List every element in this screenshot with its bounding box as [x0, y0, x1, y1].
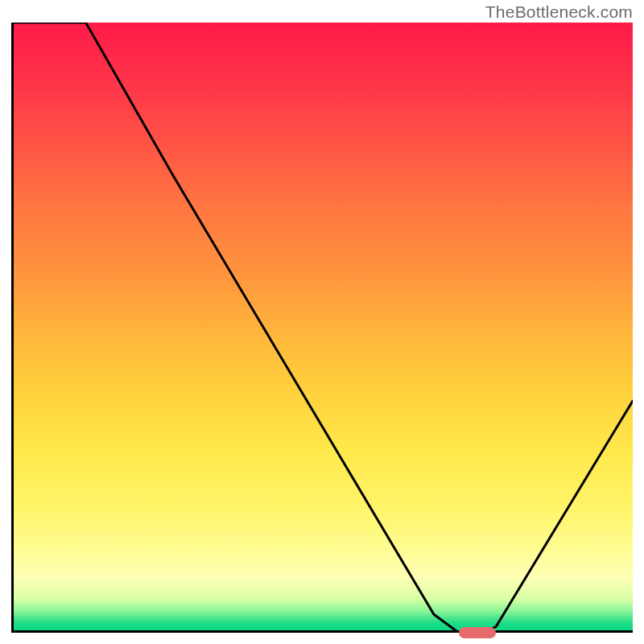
optimal-marker [459, 627, 496, 638]
bottleneck-curve [11, 23, 633, 633]
watermark-text: TheBottleneck.com [485, 2, 633, 22]
chart-container: TheBottleneck.com [0, 0, 644, 644]
